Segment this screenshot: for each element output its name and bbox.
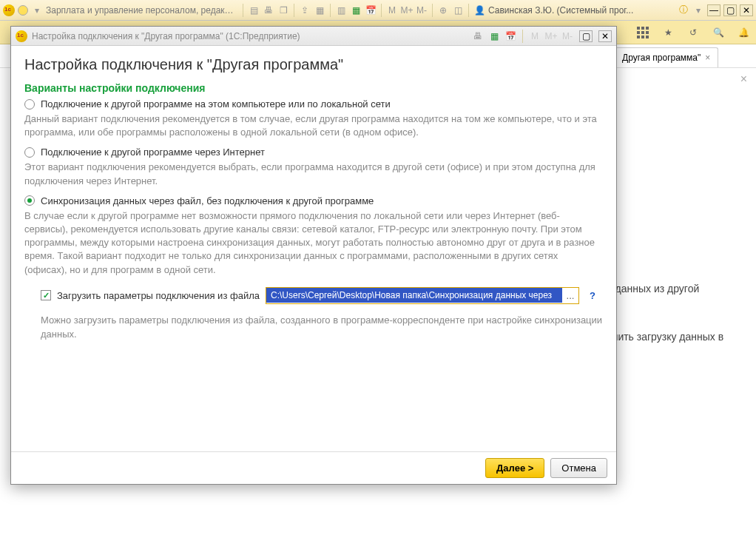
load-params-note: Можно загрузить параметры подключения из… <box>41 313 603 342</box>
dialog-close-button[interactable]: ✕ <box>598 30 612 42</box>
search-icon[interactable]: 🔍 <box>712 26 725 39</box>
m-label[interactable]: M <box>386 4 398 16</box>
dialog-logo-icon <box>16 30 27 42</box>
next-button[interactable]: Далее > <box>485 458 544 478</box>
load-params-row: Загрузить параметры подключения из файла… <box>41 287 603 304</box>
option-internet-row[interactable]: Подключение к другой программе через Инт… <box>24 147 603 158</box>
date-icon[interactable]: 📅 <box>365 4 377 16</box>
tab-close-icon[interactable]: × <box>705 53 710 63</box>
dialog-maximize-button[interactable]: ▢ <box>579 30 593 42</box>
svg-rect-4 <box>641 31 644 34</box>
info-icon[interactable]: ⓘ <box>678 4 689 16</box>
separator <box>294 4 294 17</box>
minimize-button[interactable]: — <box>707 4 720 16</box>
print-preview-icon[interactable]: ▤ <box>248 4 260 16</box>
dialog-body: Настройка подключения к "Другая программ… <box>11 46 616 451</box>
m-minus-label[interactable]: M- <box>561 30 573 42</box>
dialog-footer: Далее > Отмена <box>11 451 616 484</box>
m-plus-label[interactable]: M+ <box>545 30 557 42</box>
calendar-icon[interactable]: ▦ <box>350 4 362 16</box>
load-params-checkbox[interactable] <box>41 290 51 300</box>
svg-rect-5 <box>646 31 649 34</box>
option-internet-label[interactable]: Подключение к другой программе через Инт… <box>41 147 265 158</box>
panes-icon[interactable]: ◫ <box>452 4 464 16</box>
bell-icon[interactable]: 🔔 <box>737 26 750 39</box>
browse-button[interactable]: ... <box>562 288 578 303</box>
theme-circle-icon[interactable] <box>18 5 28 16</box>
option-local-label[interactable]: Подключение к другой программе на этом к… <box>41 98 391 110</box>
svg-rect-1 <box>641 27 644 30</box>
close-button[interactable]: ✕ <box>740 4 753 16</box>
option-file-row[interactable]: Синхронизация данных через файл, без под… <box>24 195 603 206</box>
file-path-field[interactable]: C:\Users\Сергей\Desktop\Новая папка\Синх… <box>266 287 579 304</box>
separator <box>522 30 523 43</box>
svg-rect-3 <box>637 31 640 34</box>
svg-rect-0 <box>637 27 640 30</box>
cancel-button[interactable]: Отмена <box>550 458 607 478</box>
dropdown-icon[interactable]: ▾ <box>31 4 43 16</box>
zoom-icon[interactable]: ⊕ <box>437 4 449 16</box>
file-path-value[interactable]: C:\Users\Сергей\Desktop\Новая папка\Синх… <box>266 288 562 303</box>
svg-rect-2 <box>646 27 649 30</box>
app-title: Зарплата и управление персоналом, редакц… <box>46 5 238 16</box>
m-plus-label[interactable]: M+ <box>401 4 413 16</box>
tab-active[interactable]: Другая программа" × <box>614 47 718 67</box>
info-dropdown-icon[interactable]: ▾ <box>692 4 704 16</box>
list-icon[interactable]: ▦ <box>314 4 325 16</box>
app-header: ▾ Зарплата и управление персоналом, реда… <box>0 0 756 21</box>
main-close-icon[interactable]: × <box>740 73 747 86</box>
m-label[interactable]: M <box>529 30 541 42</box>
maximize-button[interactable]: ▢ <box>723 4 737 16</box>
star-icon[interactable]: ★ <box>661 26 675 39</box>
user-icon: 👤 <box>473 4 485 16</box>
copy-icon[interactable]: ❐ <box>277 4 289 16</box>
dialog-heading: Настройка подключения к "Другая программ… <box>24 56 603 73</box>
dialog-print-icon[interactable]: 🖶 <box>472 30 484 42</box>
calc-icon[interactable]: ▥ <box>335 4 347 16</box>
history-icon[interactable]: ↺ <box>686 26 700 39</box>
app-logo-icon <box>3 4 15 16</box>
separator <box>432 4 433 17</box>
svg-rect-8 <box>646 36 649 38</box>
user-label: Савинская З.Ю. (Системный прог... <box>488 5 633 16</box>
apps-icon[interactable] <box>636 26 649 39</box>
separator <box>330 4 331 17</box>
option-local-desc: Данный вариант подключения рекомендуется… <box>24 112 603 139</box>
option-file-desc: В случае если к другой программе нет воз… <box>24 209 603 277</box>
svg-rect-7 <box>641 36 644 38</box>
option-local-row[interactable]: Подключение к другой программе на этом к… <box>24 98 603 110</box>
bg-text-fragment: олнить загрузку данных в <box>601 331 723 343</box>
radio-file[interactable] <box>24 195 35 206</box>
load-params-label[interactable]: Загрузить параметры подключения из файла <box>57 290 260 301</box>
export-icon[interactable]: ⇪ <box>299 4 311 16</box>
help-icon[interactable]: ? <box>590 290 595 301</box>
print-icon[interactable]: 🖶 <box>263 4 274 16</box>
tab-label: Другая программа" <box>622 53 701 63</box>
separator <box>468 4 469 17</box>
radio-local[interactable] <box>24 99 35 110</box>
connection-settings-dialog: Настройка подключения к "Другая программ… <box>10 26 617 485</box>
options-section-title: Варианты настройки подключения <box>24 82 603 94</box>
dialog-title: Настройка подключения к "Другая программ… <box>32 31 468 41</box>
separator <box>243 4 243 17</box>
svg-rect-6 <box>637 36 640 38</box>
separator <box>381 4 382 17</box>
dialog-calendar-icon[interactable]: ▦ <box>488 30 500 42</box>
radio-internet[interactable] <box>24 147 35 158</box>
option-file-label[interactable]: Синхронизация данных через файл, без под… <box>41 195 374 206</box>
m-minus-label[interactable]: M- <box>416 4 428 16</box>
dialog-titlebar: Настройка подключения к "Другая программ… <box>11 27 616 46</box>
dialog-date-icon[interactable]: 📅 <box>504 30 516 42</box>
option-internet-desc: Этот вариант подключения рекомендуется в… <box>24 161 603 187</box>
